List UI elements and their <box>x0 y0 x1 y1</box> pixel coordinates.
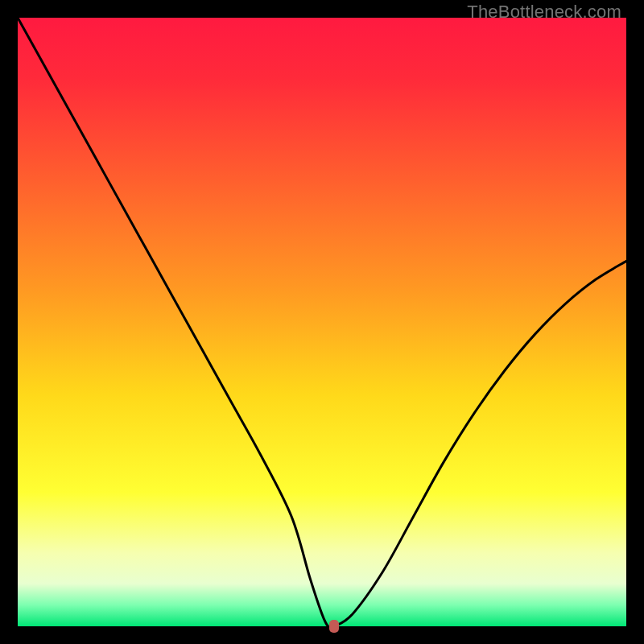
watermark-text: TheBottleneck.com <box>467 2 621 23</box>
optimal-point-marker <box>329 620 339 633</box>
bottleneck-curve <box>18 18 626 626</box>
plot-frame <box>18 18 626 626</box>
